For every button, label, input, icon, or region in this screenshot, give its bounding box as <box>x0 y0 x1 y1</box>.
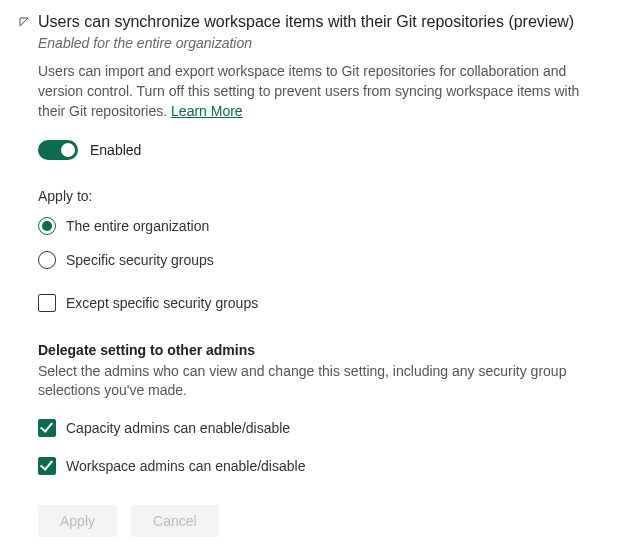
git-sync-setting-panel: Users can synchronize workspace items wi… <box>0 0 631 547</box>
radio-specific-security-groups[interactable]: Specific security groups <box>38 246 613 274</box>
checkbox-icon <box>38 419 56 437</box>
setting-description: Users can import and export workspace it… <box>38 61 598 122</box>
checkbox-label: Workspace admins can enable/disable <box>66 458 305 474</box>
setting-header: Users can synchronize workspace items wi… <box>18 12 613 33</box>
radio-button-icon <box>38 251 56 269</box>
radio-entire-organization[interactable]: The entire organization <box>38 212 613 240</box>
action-buttons: Apply Cancel <box>38 505 613 537</box>
checkbox-icon <box>38 457 56 475</box>
apply-button[interactable]: Apply <box>38 505 117 537</box>
checkbox-label: Except specific security groups <box>66 295 258 311</box>
radio-label: The entire organization <box>66 218 209 234</box>
checkbox-icon <box>38 294 56 312</box>
setting-title: Users can synchronize workspace items wi… <box>38 12 574 33</box>
learn-more-link[interactable]: Learn More <box>171 103 243 119</box>
cancel-button[interactable]: Cancel <box>131 505 219 537</box>
radio-label: Specific security groups <box>66 252 214 268</box>
delegate-section-title: Delegate setting to other admins <box>38 342 613 358</box>
checkbox-workspace-admins[interactable]: Workspace admins can enable/disable <box>38 455 613 477</box>
apply-to-label: Apply to: <box>38 188 613 204</box>
enabled-toggle[interactable] <box>38 140 78 160</box>
enabled-toggle-row: Enabled <box>38 140 613 160</box>
checkbox-except-specific-groups[interactable]: Except specific security groups <box>38 292 613 314</box>
setting-subtitle: Enabled for the entire organization <box>38 35 613 51</box>
delegate-section-description: Select the admins who can view and chang… <box>38 362 598 401</box>
enabled-toggle-label: Enabled <box>90 142 141 158</box>
checkbox-capacity-admins[interactable]: Capacity admins can enable/disable <box>38 417 613 439</box>
radio-button-icon <box>38 217 56 235</box>
description-text: Users can import and export workspace it… <box>38 63 579 120</box>
checkbox-label: Capacity admins can enable/disable <box>66 420 290 436</box>
collapse-triangle-icon[interactable] <box>18 15 32 31</box>
